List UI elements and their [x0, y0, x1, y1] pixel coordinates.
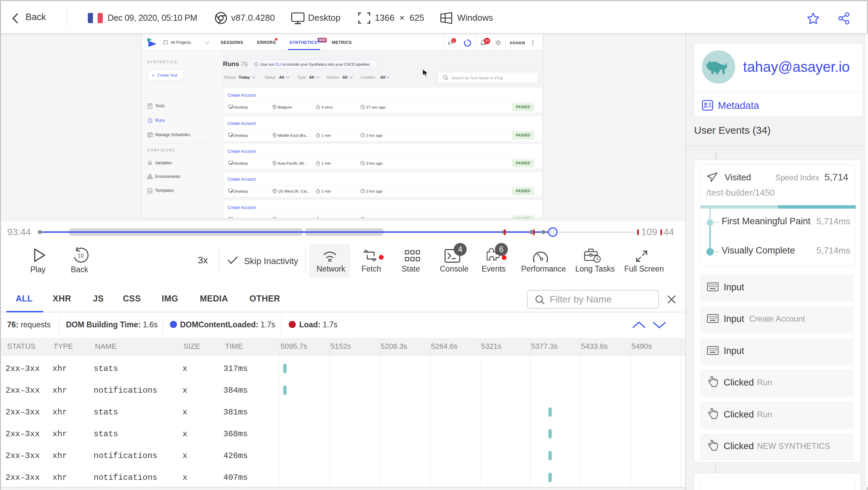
svg-text:10: 10	[78, 253, 84, 259]
